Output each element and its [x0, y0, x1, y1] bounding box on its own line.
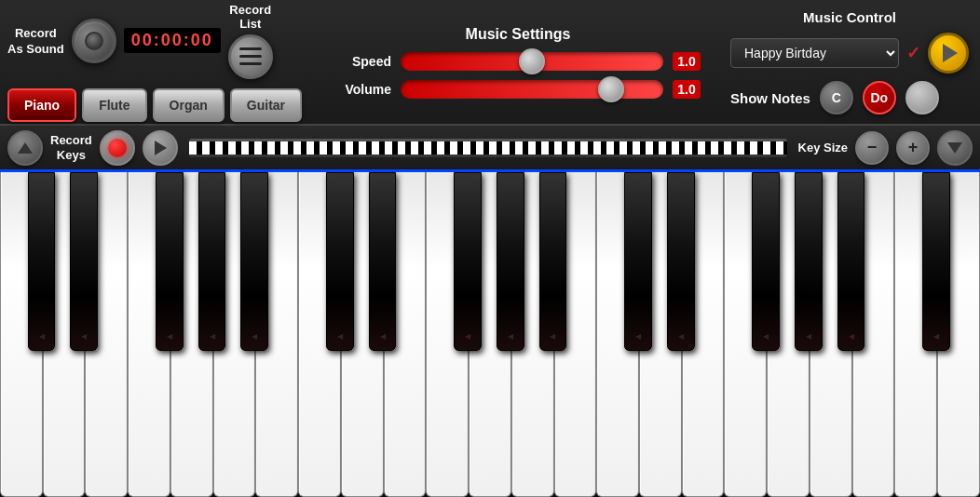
record-list-line1: Record — [229, 3, 271, 17]
list-line-2 — [239, 55, 262, 58]
piano-scroll-indicator[interactable] — [189, 139, 787, 157]
music-settings: Music Settings Speed 1.0 Volume 1.0 — [317, 19, 719, 106]
black-key-14[interactable] — [837, 172, 865, 351]
record-row: Record As Sound 00:00:00 Record List — [7, 3, 309, 79]
play-triangle-icon — [943, 44, 958, 62]
play-button[interactable] — [928, 33, 969, 74]
triangle-up-icon — [18, 142, 33, 154]
key-size-decrease-button[interactable]: − — [855, 131, 889, 165]
triangle-down-icon — [947, 142, 962, 154]
volume-thumb[interactable] — [598, 76, 624, 102]
black-key-12[interactable] — [752, 172, 780, 351]
music-control: Music Control Happy Birtday ✓ Show Notes… — [719, 2, 980, 122]
black-key-1[interactable] — [70, 172, 98, 351]
instrument-piano[interactable]: Piano — [7, 88, 76, 122]
instrument-buttons: Piano Flute Organ Guitar — [7, 88, 309, 122]
record-list-line2: List — [239, 17, 261, 31]
black-key-2[interactable] — [156, 172, 184, 351]
black-key-7[interactable] — [454, 172, 482, 351]
left-controls: Record As Sound 00:00:00 Record List — [0, 0, 317, 129]
black-key-15[interactable] — [922, 172, 950, 351]
black-key-0[interactable] — [28, 172, 56, 351]
show-notes-row: Show Notes C Do — [730, 81, 969, 114]
instrument-organ[interactable]: Organ — [153, 88, 225, 122]
black-key-3[interactable] — [198, 172, 226, 351]
notes-knob[interactable] — [905, 81, 939, 114]
volume-label: Volume — [335, 82, 391, 97]
record-keys-line2: Keys — [57, 148, 86, 163]
record-as-sound-button[interactable]: Record As Sound — [7, 19, 116, 63]
black-key-10[interactable] — [624, 172, 652, 351]
record-button[interactable] — [100, 130, 135, 166]
volume-value: 1.0 — [673, 80, 701, 99]
piano-scroll-visual — [189, 141, 787, 154]
settings-title: Music Settings — [466, 26, 571, 43]
black-key-13[interactable] — [795, 172, 823, 351]
record-dot-icon — [108, 139, 127, 157]
speed-thumb[interactable] — [519, 48, 545, 74]
list-line-3 — [239, 62, 262, 65]
music-control-title: Music Control — [730, 9, 969, 25]
record-list-button[interactable]: Record List — [228, 3, 273, 79]
scroll-up-button[interactable] — [7, 130, 43, 166]
speed-label: Speed — [335, 54, 391, 69]
speed-slider[interactable] — [401, 52, 663, 71]
key-size-label: Key Size — [798, 141, 848, 154]
black-key-11[interactable] — [667, 172, 695, 351]
show-notes-label: Show Notes — [730, 90, 810, 106]
volume-slider-row: Volume 1.0 — [335, 80, 701, 99]
volume-slider[interactable] — [401, 80, 663, 99]
record-sound-line2: As Sound — [7, 42, 64, 56]
instrument-flute[interactable]: Flute — [82, 88, 146, 122]
checkmark-icon: ✓ — [906, 43, 920, 63]
list-icon — [228, 34, 273, 79]
black-key-8[interactable] — [497, 172, 524, 351]
black-key-6[interactable] — [369, 172, 397, 351]
record-keys-label: Record Keys — [50, 133, 92, 162]
list-line-1 — [239, 47, 262, 50]
record-keys-line1: Record — [50, 133, 92, 148]
instrument-guitar[interactable]: Guitar — [230, 88, 302, 122]
speed-slider-row: Speed 1.0 — [335, 52, 701, 71]
record-keys-bar: Record Keys Key Size − + — [0, 126, 980, 172]
note-do-button[interactable]: Do — [863, 81, 896, 114]
knob-inner — [85, 32, 103, 50]
key-size-increase-button[interactable]: + — [896, 131, 930, 165]
song-selector[interactable]: Happy Birtday — [730, 38, 899, 68]
play-keys-button[interactable] — [143, 130, 178, 166]
play-keys-icon — [155, 141, 167, 155]
black-key-9[interactable] — [539, 172, 567, 351]
piano-keyboard — [0, 172, 980, 497]
black-key-5[interactable] — [326, 172, 354, 351]
speed-value: 1.0 — [673, 52, 701, 71]
time-display: 00:00:00 — [124, 28, 221, 53]
note-c-button[interactable]: C — [820, 81, 853, 114]
record-knob[interactable] — [72, 19, 116, 63]
keys-wrapper — [0, 172, 980, 497]
scroll-down-button[interactable] — [937, 130, 973, 166]
top-bar: Record As Sound 00:00:00 Record List — [0, 0, 980, 126]
song-row: Happy Birtday ✓ — [730, 33, 969, 74]
record-sound-line1: Record — [15, 26, 57, 40]
black-key-4[interactable] — [240, 172, 268, 351]
